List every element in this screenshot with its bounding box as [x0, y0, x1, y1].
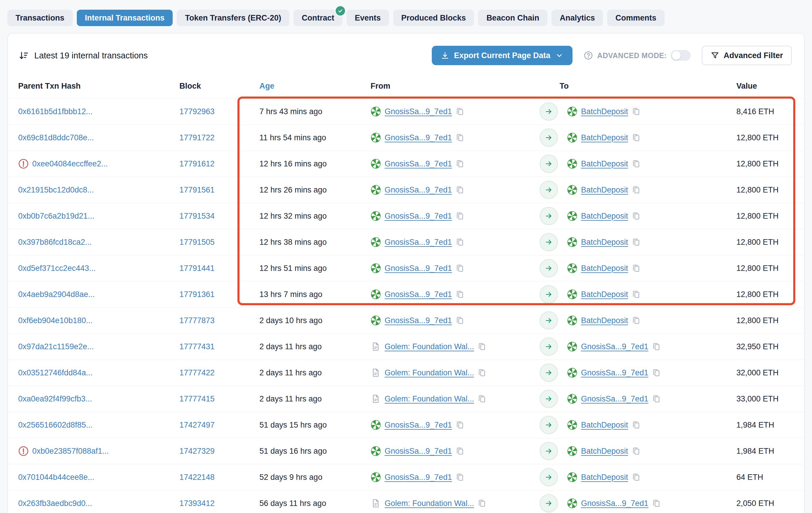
- from-address-link[interactable]: GnosisSa...9_7ed1: [385, 133, 452, 142]
- copy-icon[interactable]: [632, 159, 640, 168]
- tab-analytics[interactable]: Analytics: [551, 10, 603, 26]
- to-address-link[interactable]: BatchDeposit: [581, 212, 628, 221]
- parent-txn-hash-link[interactable]: 0xee04084eccffee2...: [32, 159, 108, 168]
- block-link[interactable]: 17791361: [179, 290, 214, 299]
- tab-produced-blocks[interactable]: Produced Blocks: [393, 10, 474, 26]
- block-link[interactable]: 17791561: [179, 186, 214, 195]
- from-address-link[interactable]: Golem: Foundation Wal...: [385, 499, 474, 508]
- parent-txn-hash-link[interactable]: 0x03512746fdd84a...: [18, 368, 93, 377]
- to-address-link[interactable]: BatchDeposit: [581, 290, 628, 299]
- from-address-link[interactable]: GnosisSa...9_7ed1: [385, 186, 452, 195]
- copy-icon[interactable]: [632, 290, 640, 299]
- copy-icon[interactable]: [652, 368, 661, 377]
- tab-transactions[interactable]: Transactions: [7, 10, 73, 26]
- copy-icon[interactable]: [632, 107, 640, 116]
- from-address-link[interactable]: GnosisSa...9_7ed1: [385, 107, 452, 116]
- to-address-link[interactable]: BatchDeposit: [581, 107, 628, 116]
- to-address-link[interactable]: BatchDeposit: [581, 316, 628, 325]
- copy-icon[interactable]: [456, 133, 464, 142]
- copy-icon[interactable]: [456, 447, 464, 456]
- to-address-link[interactable]: BatchDeposit: [581, 133, 628, 142]
- to-address-link[interactable]: BatchDeposit: [581, 421, 628, 430]
- to-address-link[interactable]: BatchDeposit: [581, 238, 628, 247]
- copy-icon[interactable]: [456, 264, 464, 273]
- block-link[interactable]: 17791722: [179, 133, 214, 142]
- copy-icon[interactable]: [632, 447, 640, 456]
- parent-txn-hash-link[interactable]: 0x701044b44cee8e...: [18, 473, 94, 482]
- block-link[interactable]: 17777873: [179, 316, 214, 325]
- parent-txn-hash-link[interactable]: 0xd5ef371cc2ec443...: [18, 264, 95, 273]
- to-address-link[interactable]: GnosisSa...9_7ed1: [581, 342, 648, 351]
- block-link[interactable]: 17791534: [179, 212, 214, 221]
- from-address-link[interactable]: GnosisSa...9_7ed1: [385, 212, 452, 221]
- block-link[interactable]: 17791612: [179, 159, 214, 168]
- to-address-link[interactable]: BatchDeposit: [581, 186, 628, 195]
- copy-icon[interactable]: [456, 238, 464, 246]
- block-link[interactable]: 17792963: [179, 107, 214, 116]
- to-address-link[interactable]: BatchDeposit: [581, 447, 628, 456]
- tab-events[interactable]: Events: [347, 10, 389, 26]
- copy-icon[interactable]: [652, 342, 661, 351]
- copy-icon[interactable]: [456, 107, 464, 116]
- tab-token-transfers-erc-20[interactable]: Token Transfers (ERC-20): [177, 10, 289, 26]
- copy-icon[interactable]: [632, 421, 640, 429]
- from-address-link[interactable]: GnosisSa...9_7ed1: [385, 473, 452, 482]
- copy-icon[interactable]: [456, 473, 464, 482]
- from-address-link[interactable]: GnosisSa...9_7ed1: [385, 447, 452, 456]
- to-address-link[interactable]: BatchDeposit: [581, 473, 628, 482]
- copy-icon[interactable]: [456, 186, 464, 194]
- copy-icon[interactable]: [652, 395, 661, 403]
- from-address-link[interactable]: GnosisSa...9_7ed1: [385, 264, 452, 273]
- advanced-filter-button[interactable]: Advanced Filter: [702, 46, 792, 65]
- copy-icon[interactable]: [456, 316, 464, 325]
- block-link[interactable]: 17422148: [179, 473, 214, 482]
- copy-icon[interactable]: [477, 368, 486, 377]
- copy-icon[interactable]: [632, 186, 640, 194]
- to-address-link[interactable]: GnosisSa...9_7ed1: [581, 368, 648, 377]
- parent-txn-hash-link[interactable]: 0xa0ea92f4f99cfb3...: [18, 395, 92, 404]
- tab-comments[interactable]: Comments: [607, 10, 665, 26]
- to-address-link[interactable]: BatchDeposit: [581, 159, 628, 168]
- block-link[interactable]: 17791441: [179, 264, 214, 273]
- block-link[interactable]: 17791505: [179, 238, 214, 247]
- from-address-link[interactable]: GnosisSa...9_7ed1: [385, 316, 452, 325]
- parent-txn-hash-link[interactable]: 0x97da21c1159e2e...: [18, 342, 94, 351]
- from-address-link[interactable]: GnosisSa...9_7ed1: [385, 421, 452, 430]
- copy-icon[interactable]: [456, 159, 464, 168]
- block-link[interactable]: 17777422: [179, 368, 214, 377]
- parent-txn-hash-link[interactable]: 0xf6eb904e10b180...: [18, 316, 93, 325]
- to-address-link[interactable]: BatchDeposit: [581, 264, 628, 273]
- copy-icon[interactable]: [477, 342, 486, 351]
- tab-beacon-chain[interactable]: Beacon Chain: [478, 10, 547, 26]
- parent-txn-hash-link[interactable]: 0x21915bc12d0dc8...: [18, 186, 94, 195]
- tab-contract[interactable]: Contract: [293, 10, 342, 26]
- parent-txn-hash-link[interactable]: 0x263fb3aedbc9d0...: [18, 499, 92, 508]
- from-address-link[interactable]: Golem: Foundation Wal...: [385, 395, 474, 404]
- parent-txn-hash-link[interactable]: 0x256516602d8f85...: [18, 421, 93, 430]
- copy-icon[interactable]: [632, 238, 640, 246]
- copy-icon[interactable]: [652, 499, 661, 508]
- parent-txn-hash-link[interactable]: 0xb0b7c6a2b19d21...: [18, 212, 94, 221]
- from-address-link[interactable]: Golem: Foundation Wal...: [385, 342, 474, 351]
- copy-icon[interactable]: [632, 316, 640, 325]
- export-current-page-data-button[interactable]: Export Current Page Data: [432, 46, 573, 65]
- block-link[interactable]: 17393412: [179, 499, 214, 508]
- parent-txn-hash-link[interactable]: 0x4aeb9a2904d8ae...: [18, 290, 95, 299]
- from-address-link[interactable]: GnosisSa...9_7ed1: [385, 238, 452, 247]
- block-link[interactable]: 17777431: [179, 342, 214, 351]
- copy-icon[interactable]: [456, 290, 464, 299]
- from-address-link[interactable]: Golem: Foundation Wal...: [385, 368, 474, 377]
- to-address-link[interactable]: GnosisSa...9_7ed1: [581, 499, 648, 508]
- from-address-link[interactable]: GnosisSa...9_7ed1: [385, 290, 452, 299]
- copy-icon[interactable]: [632, 473, 640, 482]
- block-link[interactable]: 17427497: [179, 421, 214, 430]
- copy-icon[interactable]: [456, 212, 464, 220]
- advanced-mode-toggle[interactable]: [671, 50, 691, 61]
- to-address-link[interactable]: GnosisSa...9_7ed1: [581, 395, 648, 404]
- copy-icon[interactable]: [632, 264, 640, 273]
- copy-icon[interactable]: [477, 395, 486, 403]
- block-link[interactable]: 17777415: [179, 395, 214, 404]
- from-address-link[interactable]: GnosisSa...9_7ed1: [385, 159, 452, 168]
- block-link[interactable]: 17427329: [179, 447, 214, 456]
- copy-icon[interactable]: [456, 421, 464, 429]
